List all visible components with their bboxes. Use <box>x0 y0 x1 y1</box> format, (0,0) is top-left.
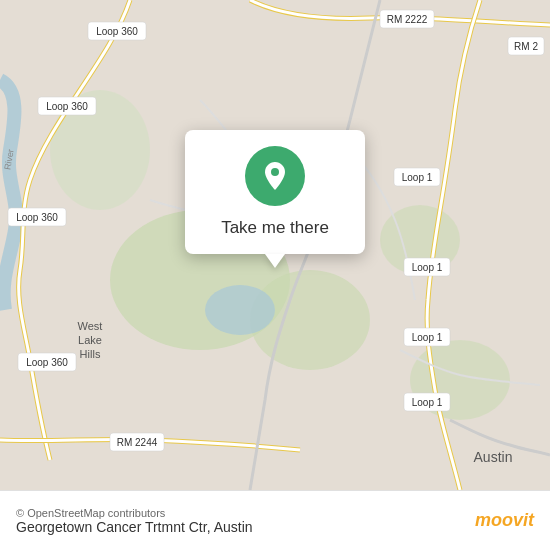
svg-text:Austin: Austin <box>474 449 513 465</box>
svg-text:Loop 1: Loop 1 <box>412 332 443 343</box>
moovit-logo-text: moovit <box>475 510 534 531</box>
svg-point-6 <box>205 285 275 335</box>
take-me-there-button[interactable]: Take me there <box>221 218 329 238</box>
moovit-logo: moovit <box>475 510 534 531</box>
map-container: Loop 360 Loop 360 Loop 360 Loop 360 RM 2… <box>0 0 550 550</box>
svg-text:Lake: Lake <box>78 334 102 346</box>
svg-text:Loop 360: Loop 360 <box>96 26 138 37</box>
location-pin-icon <box>259 160 291 192</box>
svg-text:RM 2244: RM 2244 <box>117 437 158 448</box>
svg-point-35 <box>271 168 279 176</box>
svg-text:Loop 1: Loop 1 <box>412 397 443 408</box>
svg-text:RM 2: RM 2 <box>514 41 538 52</box>
location-name: Georgetown Cancer Trtmnt Ctr, Austin <box>16 519 253 535</box>
popup-card: Take me there <box>185 130 365 254</box>
svg-text:Loop 360: Loop 360 <box>26 357 68 368</box>
svg-text:Loop 360: Loop 360 <box>46 101 88 112</box>
svg-text:RM 2222: RM 2222 <box>387 14 428 25</box>
svg-text:Loop 1: Loop 1 <box>402 172 433 183</box>
bottom-bar: © OpenStreetMap contributors Georgetown … <box>0 490 550 550</box>
svg-text:Loop 1: Loop 1 <box>412 262 443 273</box>
copyright-text: © OpenStreetMap contributors <box>16 507 253 519</box>
svg-text:Hills: Hills <box>80 348 101 360</box>
svg-text:Loop 360: Loop 360 <box>16 212 58 223</box>
svg-text:West: West <box>78 320 103 332</box>
popup-icon-circle <box>245 146 305 206</box>
bottom-left: © OpenStreetMap contributors Georgetown … <box>16 507 253 535</box>
